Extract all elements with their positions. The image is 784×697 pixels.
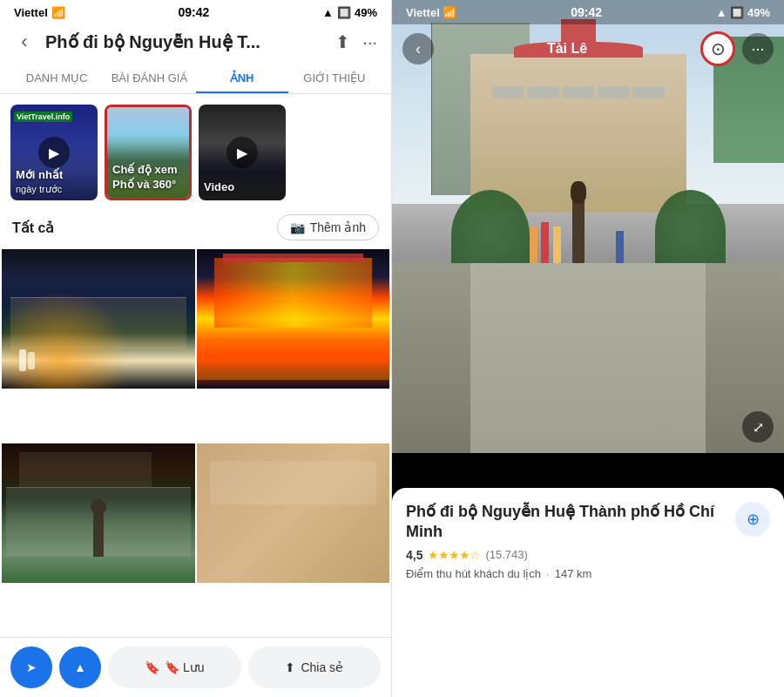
right-carrier: Viettel: [406, 6, 440, 19]
left-panel: Viettel 📶 09:42 ▲ 🔲 49% ‹ Phố đi bộ Nguy…: [0, 0, 392, 697]
camera-icon: 📷: [290, 220, 305, 234]
tag-separator: ·: [546, 567, 550, 580]
time-text: 09:42: [179, 5, 210, 19]
bottom-actions: ➤ ▲ 🔖 🔖 Lưu ⬆ Chia sẻ: [0, 637, 391, 697]
navigation-button[interactable]: ▲: [59, 646, 101, 688]
right-wifi-icon: 📶: [443, 6, 456, 19]
carrier-text: Viettel: [14, 6, 48, 19]
navigate-icon: ⊕: [747, 510, 760, 529]
photo-cell[interactable]: [2, 443, 195, 583]
share-action-icon: ⬆: [285, 660, 295, 674]
right-battery-icon: 🔲: [730, 6, 744, 19]
stars-icon: ★★★★☆: [428, 548, 480, 562]
battery-text: 49%: [355, 6, 377, 19]
compass-button[interactable]: ⊙: [700, 31, 735, 66]
right-back-button[interactable]: ‹: [402, 33, 434, 64]
plaza-ground: [392, 263, 784, 453]
rating-count: (15.743): [485, 548, 527, 561]
category-street-view[interactable]: Chế độ xem Phố và 360°: [105, 105, 192, 200]
place-title: Phố đi bộ Nguyễn Huệ Thành phố Hồ Chí Mi…: [406, 502, 728, 543]
right-status-left: Viettel 📶: [406, 6, 456, 19]
table-row[interactable]: [197, 249, 390, 442]
photo-cell[interactable]: [197, 443, 390, 583]
location-icon: ▲: [322, 6, 334, 19]
right-title: Tài Lê: [441, 41, 693, 57]
left-status-bar: Viettel 📶 09:42 ▲ 🔲 49%: [0, 0, 391, 24]
wifi-icon: 📶: [51, 6, 65, 19]
statue-head: [571, 181, 586, 204]
tab-anh[interactable]: ẢNH: [196, 63, 288, 93]
rating-row: 4,5 ★★★★☆ (15.743): [406, 548, 770, 562]
expand-button[interactable]: ⤢: [742, 411, 774, 443]
tab-bai-danh-gia[interactable]: BÀI ĐÁNH GIÁ: [103, 63, 195, 93]
right-more-button[interactable]: ···: [742, 33, 774, 64]
person-2: [541, 222, 549, 263]
cat-label: Mới nhất ngày trước: [16, 168, 92, 195]
right-status-right: ▲ 🔲 49%: [716, 6, 770, 19]
directions-icon: ➤: [26, 660, 37, 674]
share-action-button[interactable]: ⬆ Chia sẻ: [248, 646, 382, 688]
info-card: Phố đi bộ Nguyễn Huệ Thành phố Hồ Chí Mi…: [392, 488, 784, 697]
tree-right: [655, 190, 726, 272]
right-battery-text: 49%: [747, 6, 770, 19]
tab-danh-muc[interactable]: DANH MỤC: [10, 63, 103, 93]
place-type-tag: Điểm thu hút khách du lịch: [406, 567, 541, 580]
person-3: [553, 227, 561, 263]
rating-value: 4,5: [406, 548, 422, 562]
statue: [572, 200, 585, 263]
add-photo-button[interactable]: 📷 Thêm ảnh: [277, 214, 379, 240]
play-icon: ▶: [226, 137, 258, 168]
left-status-right: ▲ 🔲 49%: [322, 6, 377, 19]
navigate-button[interactable]: ⊕: [735, 502, 770, 537]
photo-cell[interactable]: [197, 249, 390, 389]
play-icon: ▶: [38, 137, 70, 168]
compass-icon: ⊙: [711, 38, 726, 59]
tabs-bar: DANH MỤC BÀI ĐÁNH GIÁ ẢNH GIỚI THIỆU: [0, 63, 391, 94]
table-row[interactable]: [197, 443, 390, 636]
left-header: ‹ Phố đi bộ Nguyễn Huệ T... ⬆ ···: [0, 24, 391, 63]
table-row[interactable]: [2, 443, 195, 636]
info-card-header: Phố đi bộ Nguyễn Huệ Thành phố Hồ Chí Mi…: [406, 502, 770, 543]
page-title: Phố đi bộ Nguyễn Huệ T...: [45, 31, 325, 52]
photo-categories: ▶ Mới nhất ngày trước Chế độ xem Phố và …: [0, 94, 391, 207]
tab-gioi-thieu[interactable]: GIỚI THIỆU: [288, 63, 381, 93]
category-moi-nhat[interactable]: ▶ Mới nhất ngày trước: [10, 105, 98, 200]
cat-label: Video: [204, 180, 280, 195]
right-header: ‹ Tài Lê ⊙ ···: [392, 24, 784, 73]
section-title: Tất cả: [12, 220, 54, 236]
right-time: 09:42: [571, 5, 602, 19]
person-1: [530, 227, 537, 263]
section-header: Tất cả 📷 Thêm ảnh: [0, 207, 391, 247]
share-label: Chia sẻ: [301, 660, 343, 674]
left-back-button[interactable]: ‹: [10, 28, 38, 56]
battery-icon: 🔲: [337, 6, 351, 19]
right-location-icon: ▲: [716, 6, 727, 19]
photo-grid: [0, 247, 391, 637]
save-button[interactable]: 🔖 🔖 Lưu: [108, 646, 241, 688]
directions-button[interactable]: ➤: [10, 646, 52, 688]
photo-cell[interactable]: [2, 249, 195, 389]
table-row[interactable]: [2, 249, 195, 442]
right-panel: Viettel 📶 09:42 ▲ 🔲 49% ‹ Tài Lê ⊙ ···: [392, 0, 784, 697]
share-button[interactable]: ⬆: [332, 28, 354, 56]
info-tags: Điểm thu hút khách du lịch · 147 km: [406, 567, 770, 580]
more-button[interactable]: ···: [359, 29, 381, 56]
header-actions: ⬆ ···: [332, 28, 381, 56]
distance-tag: 147 km: [555, 567, 592, 580]
bookmark-icon: 🔖: [145, 660, 159, 674]
left-status-left: Viettel 📶: [14, 6, 65, 19]
person-4: [616, 231, 624, 262]
save-label: 🔖 Lưu: [165, 660, 204, 674]
category-video[interactable]: ▶ Video: [199, 105, 286, 200]
cat-label: Chế độ xem Phố và 360°: [112, 163, 184, 193]
right-status-bar: Viettel 📶 09:42 ▲ 🔲 49%: [392, 0, 784, 24]
expand-icon: ⤢: [753, 419, 764, 436]
navigation-icon: ▲: [74, 660, 86, 674]
